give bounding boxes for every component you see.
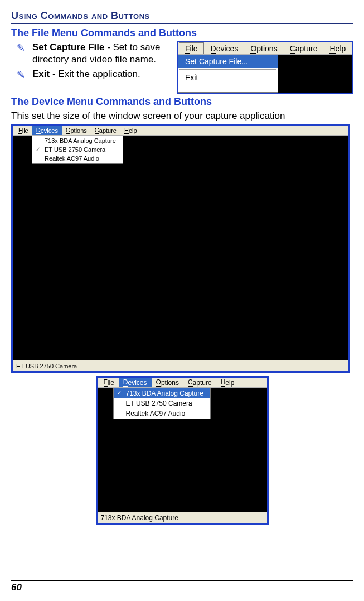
device-menu-heading: The Device Menu Commands and Buttons [11, 96, 353, 108]
device-item[interactable]: Realtek AC97 Audio [32, 154, 123, 163]
device-menu-screenshot-2: File Devices Options Capture Help ✓713x … [96, 376, 269, 525]
device-item[interactable]: ET USB 2750 Camera [114, 398, 210, 408]
file-menu-screenshot: File Devices Options Capture Help Set Ca… [177, 41, 353, 94]
bullet-bold: Set Capture File [32, 42, 104, 52]
menubar: File Devices Options Capture Help [13, 126, 348, 136]
device-menu-screenshot-1: File Devices Options Capture Help 713x B… [11, 124, 350, 373]
menu-capture[interactable]: Capture [183, 378, 216, 387]
page-footer: 60 [11, 580, 353, 593]
bullet-bold: Exit [32, 69, 50, 79]
menu-file[interactable]: File [179, 42, 204, 54]
file-dropdown: Set Capture File... Exit [178, 55, 278, 93]
app-viewport: ✓713x BDA Analog Capture ET USB 2750 Cam… [98, 388, 267, 512]
file-menu-heading: The File Menu Commands and Buttons [11, 27, 353, 39]
menu-options[interactable]: Options [152, 378, 183, 387]
menu-options[interactable]: Options [245, 42, 283, 54]
menu-help[interactable]: Help [216, 378, 239, 387]
menu-file[interactable]: File [99, 378, 119, 387]
menu-separator [179, 69, 276, 70]
menu-devices[interactable]: Devices [32, 126, 62, 135]
app-viewport: 713x BDA Analog Capture ✓ET USB 2750 Cam… [13, 136, 348, 360]
file-menu-bullets: ✎ Set Capture File - Set to save directo… [11, 41, 169, 84]
device-item[interactable]: Realtek AC97 Audio [114, 408, 210, 419]
menu-item-exit[interactable]: Exit [178, 71, 278, 84]
bullet-text: Set Capture File - Set to save directory… [32, 41, 169, 66]
menu-capture[interactable]: Capture [284, 42, 323, 54]
devices-dropdown: ✓713x BDA Analog Capture ET USB 2750 Cam… [113, 388, 211, 419]
menu-devices[interactable]: Devices [205, 42, 244, 54]
section-title: Using Commands and Buttons [11, 10, 353, 24]
menu-help[interactable]: Help [120, 126, 141, 135]
menu-options[interactable]: Options [62, 126, 91, 135]
menubar: File Devices Options Capture Help [98, 378, 267, 388]
bullet-rest: - Exit the application. [50, 69, 140, 79]
check-icon: ✓ [36, 146, 40, 152]
device-item[interactable]: ✓ET USB 2750 Camera [32, 145, 123, 154]
check-icon: ✓ [117, 390, 122, 396]
status-bar: 713x BDA Analog Capture [98, 512, 267, 523]
device-menu-intro: This set the size of the window screen o… [11, 110, 353, 122]
menu-item-set-capture-file[interactable]: Set Capture File... [178, 55, 278, 68]
menu-capture[interactable]: Capture [91, 126, 120, 135]
bullet-icon: ✎ [14, 42, 27, 66]
menu-help[interactable]: Help [324, 42, 351, 54]
bullet-icon: ✎ [14, 69, 27, 81]
status-bar: ET USB 2750 Camera [13, 360, 348, 371]
device-item[interactable]: 713x BDA Analog Capture [32, 136, 123, 145]
bullet-text: Exit - Exit the application. [32, 68, 169, 81]
devices-dropdown: 713x BDA Analog Capture ✓ET USB 2750 Cam… [32, 136, 123, 164]
menubar: File Devices Options Capture Help [178, 42, 352, 55]
app-viewport [278, 55, 352, 93]
device-item[interactable]: ✓713x BDA Analog Capture [114, 388, 210, 398]
menu-devices[interactable]: Devices [119, 378, 152, 387]
page-number: 60 [11, 582, 22, 593]
menu-file[interactable]: File [14, 126, 32, 135]
